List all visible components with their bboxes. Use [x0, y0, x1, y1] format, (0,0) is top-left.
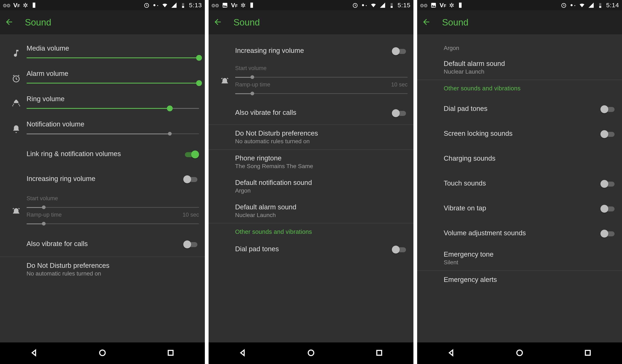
link-volumes-toggle[interactable]: [183, 150, 199, 158]
clock-text: 5:13: [189, 2, 202, 9]
vibrate-tap-toggle[interactable]: [601, 204, 616, 213]
back-button[interactable]: [4, 18, 14, 27]
increasing-ring-label: Increasing ring volume: [27, 175, 95, 183]
volume-adj-label: Volume adjustment sounds: [444, 229, 526, 237]
picture-icon: [222, 2, 228, 8]
svg-point-13: [517, 350, 523, 356]
dialpad-label: Dial pad tones: [444, 105, 487, 113]
status-bar: ⌾⌾ VF ✲ 5:13: [0, 0, 205, 10]
dnd-row[interactable]: Do Not Disturb preferences No automatic …: [0, 257, 205, 282]
increasing-ring-row[interactable]: Increasing ring volume: [209, 41, 413, 61]
volume-adj-toggle[interactable]: [601, 229, 616, 238]
settings-list[interactable]: Media volume Alarm volume Ring volume: [0, 41, 205, 343]
emergency-alerts-row[interactable]: Emergency alerts: [417, 271, 622, 289]
svg-point-3: [100, 350, 105, 356]
lock-sounds-row[interactable]: Screen locking sounds: [417, 121, 622, 146]
wifi-icon: [370, 2, 376, 8]
back-button[interactable]: [422, 18, 431, 27]
dialpad-toggle[interactable]: [601, 105, 616, 113]
emergency-tone-sub: Silent: [444, 259, 616, 266]
ring-volume-slider[interactable]: [27, 104, 199, 113]
voicemail-icon: ⌾⌾: [3, 2, 10, 9]
also-vibrate-toggle[interactable]: [183, 240, 199, 248]
battery-saver-icon: [457, 2, 463, 8]
settings-list[interactable]: Argon Default alarm sound Nuclear Launch…: [417, 41, 622, 343]
lock-sounds-toggle[interactable]: [601, 130, 616, 138]
ramp-up-slider[interactable]: [235, 89, 408, 98]
dnd-sub: No automatic rules turned on: [235, 138, 408, 145]
dnd-label: Do Not Disturb preferences: [27, 262, 199, 269]
signal-icon: [588, 2, 594, 8]
charging-sounds-label: Charging sounds: [444, 154, 616, 162]
alarm-clock-icon: [12, 74, 21, 83]
alarm-sound-row[interactable]: Default alarm sound Nuclear Launch: [209, 199, 413, 223]
nav-back[interactable]: [447, 349, 455, 358]
notif-sound-label: Default notification sound: [235, 179, 408, 187]
nav-home[interactable]: [307, 349, 315, 358]
media-volume-slider[interactable]: [27, 54, 199, 62]
emergency-tone-row[interactable]: Emergency tone Silent: [417, 246, 622, 270]
app-bar: Sound: [0, 10, 205, 34]
bell-icon: [12, 125, 21, 134]
vibrate-tap-row[interactable]: Vibrate on tap: [417, 196, 622, 221]
ringtone-row[interactable]: Phone ringtone The Song Remains The Same: [209, 150, 413, 174]
also-vibrate-row[interactable]: Also vibrate for calls: [0, 232, 205, 257]
emergency-alerts-label: Emergency alerts: [444, 276, 616, 284]
notif-sound-row[interactable]: Default notification sound Argon: [209, 174, 413, 199]
other-sounds-heading: Other sounds and vibrations: [235, 229, 408, 235]
dnd-row[interactable]: Do Not Disturb preferences No automatic …: [209, 125, 413, 149]
alarm-sound-label: Default alarm sound: [444, 60, 616, 68]
svg-rect-9: [377, 350, 382, 355]
increasing-ring-toggle[interactable]: [392, 47, 408, 55]
notification-volume-row[interactable]: Notification volume: [0, 116, 205, 142]
battery-saver-icon: [249, 2, 255, 8]
alarm-sound-row[interactable]: Default alarm sound Nuclear Launch: [417, 55, 622, 80]
phone-2: ⌾⌾ VF ✲ 5:15 Sound Increasing ring volum…: [209, 0, 413, 364]
touch-sounds-label: Touch sounds: [444, 179, 486, 187]
ring-icon: [12, 99, 21, 108]
alarm-volume-slider[interactable]: [27, 79, 199, 87]
ring-ramp-row[interactable]: Start volume Ramp-up time 10 sec: [0, 192, 205, 232]
alarm-icon: [143, 2, 150, 8]
nav-back[interactable]: [30, 349, 38, 358]
ring-volume-row[interactable]: Ring volume: [0, 91, 205, 116]
charging-sounds-row[interactable]: Charging sounds: [417, 146, 622, 171]
nav-recents[interactable]: [167, 349, 175, 358]
touch-sounds-row[interactable]: Touch sounds: [417, 171, 622, 196]
alarm-volume-row[interactable]: Alarm volume: [0, 66, 205, 91]
notif-sound-row-partial[interactable]: Argon: [417, 41, 622, 55]
link-volumes-row[interactable]: Link ring & notification volumes: [0, 142, 205, 167]
media-volume-row[interactable]: Media volume: [0, 41, 205, 66]
battery-icon: [389, 2, 395, 8]
ramp-up-slider[interactable]: [27, 219, 199, 228]
dialpad-row[interactable]: Dial pad tones: [209, 240, 413, 259]
settings-list[interactable]: Increasing ring volume Start volume Ramp…: [209, 41, 413, 343]
nav-back[interactable]: [239, 349, 247, 358]
nav-home[interactable]: [98, 349, 107, 358]
dialpad-row[interactable]: Dial pad tones: [417, 96, 622, 121]
increasing-ring-toggle[interactable]: [183, 175, 199, 183]
back-button[interactable]: [213, 18, 222, 27]
start-volume-slider[interactable]: [27, 203, 199, 212]
touch-sounds-toggle[interactable]: [601, 179, 616, 188]
ring-ramp-row[interactable]: Start volume Ramp-up time 10 sec: [209, 61, 413, 102]
nav-recents[interactable]: [584, 349, 592, 358]
start-volume-label: Start volume: [27, 195, 199, 202]
dialpad-toggle[interactable]: [392, 245, 408, 253]
start-volume-slider[interactable]: [235, 73, 408, 81]
wifi-icon: [579, 2, 585, 8]
notification-volume-label: Notification volume: [27, 120, 199, 128]
nav-home[interactable]: [515, 349, 524, 358]
volume-adj-row[interactable]: Volume adjustment sounds: [417, 221, 622, 246]
ring-volume-label: Ring volume: [27, 95, 199, 103]
ramp-up-value: 10 sec: [391, 81, 408, 88]
svg-rect-14: [585, 350, 590, 355]
also-vibrate-row[interactable]: Also vibrate for calls: [209, 102, 413, 124]
also-vibrate-toggle[interactable]: [392, 109, 408, 117]
notification-volume-slider: [27, 129, 199, 138]
leaf-icon: ✲: [23, 2, 28, 9]
alarm-sound-label: Default alarm sound: [235, 203, 408, 211]
nav-recents[interactable]: [375, 349, 383, 358]
alarm-volume-label: Alarm volume: [27, 70, 199, 77]
increasing-ring-row[interactable]: Increasing ring volume: [0, 167, 205, 192]
